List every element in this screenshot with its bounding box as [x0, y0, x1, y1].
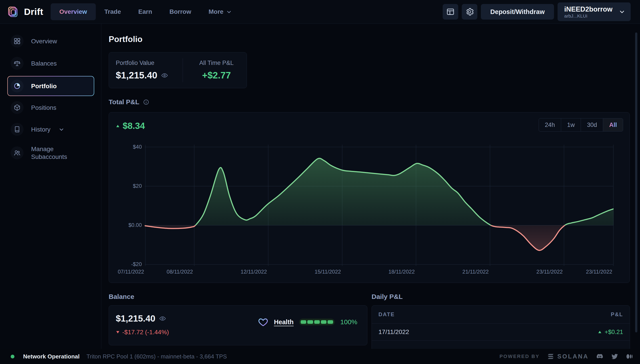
x-axis-tick: 21/11/2022: [462, 269, 489, 275]
heart-icon: [258, 317, 268, 327]
x-axis-tick: 15/11/2022: [315, 269, 341, 275]
all-time-pnl-value: +$2.77: [202, 70, 231, 81]
status-bar-right: POWERED BY SOLANA: [500, 353, 633, 360]
range-label: 30d: [587, 122, 597, 128]
eye-icon[interactable]: [159, 315, 166, 322]
solana-label: SOLANA: [557, 353, 589, 360]
balance-heading: Balance: [109, 293, 134, 300]
eye-icon[interactable]: [161, 72, 168, 79]
nav-item-overview[interactable]: Overview: [51, 3, 96, 20]
sidebar-item-positions[interactable]: Positions: [0, 96, 101, 119]
row-date: 17/11/2022: [378, 328, 409, 336]
account-menu-button[interactable]: iNEED2borrow arbJ...KLUi: [558, 2, 631, 21]
health-segment: [321, 320, 326, 324]
vertical-scrollbar[interactable]: [635, 32, 637, 332]
brand-name: Drift: [24, 7, 43, 17]
x-axis-tick: 23/11/2022: [536, 269, 563, 275]
brand[interactable]: Drift: [7, 0, 43, 24]
table-row[interactable]: 17/11/2022+$0.21: [372, 324, 630, 341]
settings-button[interactable]: [462, 4, 477, 20]
cube-icon: [11, 101, 24, 114]
sidebar-item-history[interactable]: History: [0, 118, 101, 140]
total-pnl-chart[interactable]: [145, 145, 614, 266]
range-1w[interactable]: 1w: [561, 118, 581, 131]
gear-icon: [465, 7, 474, 16]
users-icon: [11, 146, 24, 159]
range-all[interactable]: All: [603, 118, 623, 131]
discord-icon[interactable]: [596, 353, 604, 360]
portfolio-value-label: Portfolio Value: [116, 60, 168, 66]
chevron-down-icon: [58, 126, 64, 132]
x-axis-tick: 23/11/2022: [586, 269, 612, 275]
top-nav: OverviewTradeEarnBorrowMore: [51, 0, 241, 24]
deposit-withdraw-label: Deposit/Withdraw: [490, 8, 545, 16]
health-segment: [314, 320, 320, 324]
health-link[interactable]: Health: [274, 318, 294, 326]
y-axis-tick: $40: [109, 144, 142, 150]
top-right-controls: Deposit/Withdraw iNEED2borrow arbJ...KLU…: [443, 0, 631, 24]
y-axis-tick: -$20: [109, 261, 142, 267]
grid-icon: [11, 35, 24, 48]
row-pnl-value: +$0.21: [605, 329, 623, 336]
sidebar-item-label: Overview: [31, 37, 57, 45]
solana-brand: SOLANA: [547, 353, 589, 360]
x-axis-tick: 12/11/2022: [241, 269, 267, 275]
deposit-withdraw-button[interactable]: Deposit/Withdraw: [481, 4, 554, 20]
portfolio-value: $1,215.40: [116, 70, 157, 81]
drift-app: Drift OverviewTradeEarnBorrowMore: [0, 0, 640, 364]
range-label: All: [609, 122, 617, 128]
x-axis-tick: 07/11/2022: [118, 269, 144, 275]
down-triangle-icon: [116, 331, 119, 333]
account-address: arbJ...KLUi: [564, 13, 612, 18]
medium-icon[interactable]: [626, 353, 633, 360]
all-time-pnl-label: All Time P&L: [199, 60, 234, 66]
health-segment: [328, 320, 333, 324]
sidebar-item-portfolio[interactable]: Portfolio: [7, 76, 94, 96]
info-icon[interactable]: [143, 99, 149, 105]
pie-icon: [11, 80, 24, 92]
y-axis-tick: $20: [109, 183, 142, 189]
sidebar-item-manage-subaccounts[interactable]: Manage Subaccounts: [0, 142, 101, 164]
network-status-label: Network Operational: [23, 353, 80, 360]
range-24h[interactable]: 24h: [539, 118, 561, 131]
stats-divider: [183, 58, 183, 82]
chevron-down-icon: [619, 8, 625, 15]
portfolio-value-cell: Portfolio Value $1,215.40: [116, 60, 168, 81]
all-time-pnl-cell: All Time P&L +$2.77: [190, 60, 243, 81]
layout-toggle-button[interactable]: [443, 4, 458, 20]
chart-current-value: $8.34: [116, 121, 145, 131]
nav-item-label: Borrow: [169, 8, 191, 15]
sidebar-item-label: History: [31, 126, 50, 133]
account-name: iNEED2borrow: [564, 5, 612, 13]
nav-item-more[interactable]: More: [200, 3, 241, 20]
y-axis-tick: $0.00: [109, 222, 142, 228]
scales-icon: [11, 57, 24, 70]
health-segment: [301, 320, 306, 324]
sidebar-item-balances[interactable]: Balances: [0, 52, 101, 74]
x-axis-tick: 18/11/2022: [388, 269, 415, 275]
status-bar: Network Operational Triton RPC Pool 1 (6…: [0, 349, 640, 364]
total-pnl-heading: Total P&L: [109, 98, 149, 106]
balance-change-value: -$17.72 (-1.44%): [122, 329, 169, 336]
row-pnl: +$0.21: [598, 329, 623, 336]
twitter-icon[interactable]: [611, 353, 618, 360]
health-group: Health 100%: [258, 317, 357, 327]
sidebar-item-label: Balances: [31, 60, 57, 67]
nav-item-borrow[interactable]: Borrow: [161, 3, 200, 20]
date-column-header: DATE: [378, 311, 395, 318]
nav-item-earn[interactable]: Earn: [130, 3, 161, 20]
sidebar-item-overview[interactable]: Overview: [0, 30, 101, 52]
book-icon: [11, 123, 24, 136]
nav-item-label: Trade: [104, 8, 121, 15]
sidebar-item-label: Positions: [31, 104, 56, 112]
nav-item-trade[interactable]: Trade: [96, 3, 130, 20]
social-links: [596, 353, 633, 360]
health-segment: [307, 320, 313, 324]
chevron-down-icon: [226, 9, 232, 15]
network-status-dot: [11, 355, 14, 358]
range-30d[interactable]: 30d: [581, 118, 603, 131]
total-pnl-heading-label: Total P&L: [109, 98, 139, 106]
health-meter: [299, 319, 335, 325]
rpc-details: Triton RPC Pool 1 (602ms) - mainnet-beta…: [86, 353, 227, 360]
solana-icon: [547, 353, 554, 360]
